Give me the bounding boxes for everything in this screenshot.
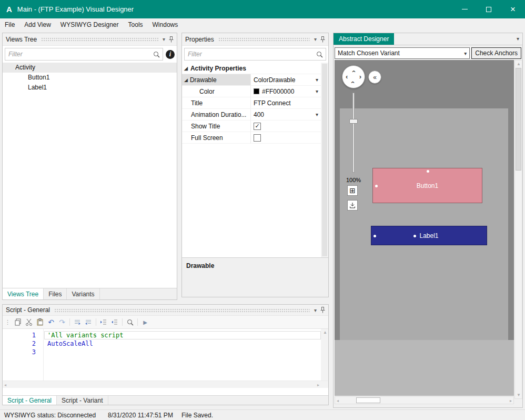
tab-script-variant[interactable]: Script - Variant bbox=[57, 396, 108, 405]
designer-vertical-scrollbar[interactable]: ▲ ▼ bbox=[514, 60, 522, 399]
chevron-down-icon[interactable]: ▾ bbox=[163, 36, 165, 42]
property-name-animation-duration[interactable]: Animation Duratio... bbox=[182, 109, 251, 120]
tree-item-button1[interactable]: Button1 bbox=[3, 73, 177, 83]
run-button[interactable]: ▶ bbox=[140, 317, 150, 327]
anchor-dot[interactable] bbox=[373, 235, 376, 237]
minimize-button[interactable] bbox=[452, 0, 477, 18]
property-name-show-title[interactable]: Show Title bbox=[182, 121, 251, 132]
full-screen-checkbox[interactable] bbox=[254, 134, 261, 142]
property-name-full-screen[interactable]: Full Screen bbox=[182, 132, 251, 143]
tab-variants[interactable]: Variants bbox=[67, 288, 99, 299]
scroll-right-icon[interactable]: ▸ bbox=[317, 383, 319, 387]
search-icon[interactable] bbox=[316, 51, 323, 59]
code-area[interactable]: 'All variants script AutoScaleAll bbox=[44, 331, 321, 388]
tab-files[interactable]: Files bbox=[44, 288, 67, 299]
properties-filter-input[interactable] bbox=[185, 51, 326, 58]
property-name-color[interactable]: Color bbox=[182, 86, 251, 97]
menu-item-windows[interactable]: Windows bbox=[148, 18, 183, 31]
search-button[interactable] bbox=[125, 317, 135, 327]
scroll-up-icon[interactable]: ▲ bbox=[517, 62, 521, 66]
zoom-slider[interactable] bbox=[350, 93, 357, 173]
anchor-dot[interactable] bbox=[413, 235, 416, 237]
cut-button[interactable] bbox=[24, 317, 34, 327]
property-value-drawable[interactable]: ColorDrawable ▾ bbox=[251, 74, 321, 85]
pan-control[interactable]: ‹ › › ‹ bbox=[342, 65, 365, 88]
paste-button[interactable] bbox=[35, 317, 45, 327]
chevron-down-icon[interactable]: ▾ bbox=[314, 36, 317, 42]
property-value-color[interactable]: #FF000000 ▾ bbox=[251, 86, 321, 97]
undo-button[interactable]: ↶ bbox=[46, 317, 56, 327]
views-filter-input[interactable] bbox=[5, 51, 163, 58]
tab-abstract-designer[interactable]: Abstract Designer bbox=[334, 33, 394, 45]
scrollbar-thumb[interactable] bbox=[356, 397, 380, 403]
scroll-down-icon[interactable]: ▼ bbox=[517, 393, 521, 397]
code-editor[interactable]: 1 2 3 'All variants script AutoScaleAll … bbox=[3, 329, 328, 388]
expand-icon[interactable]: ◢ bbox=[184, 77, 188, 83]
chevron-down-icon[interactable]: ▾ bbox=[314, 307, 317, 313]
load-layout-button[interactable] bbox=[347, 200, 358, 211]
scrollbar-thumb[interactable] bbox=[516, 68, 521, 171]
collapse-controls-button[interactable]: « bbox=[368, 71, 381, 84]
dropdown-arrow-icon[interactable]: ▾ bbox=[464, 51, 467, 56]
variant-select[interactable]: Match Chosen Variant ▾ bbox=[335, 47, 470, 59]
property-group-activity[interactable]: ◢ Activity Properties bbox=[182, 63, 321, 74]
outdent-button[interactable] bbox=[109, 317, 120, 327]
pan-up-icon[interactable]: › bbox=[350, 70, 357, 72]
variant-screen[interactable] bbox=[340, 108, 508, 340]
menu-item-add-view[interactable]: Add View bbox=[19, 18, 55, 31]
scrollbar-thumb[interactable] bbox=[322, 64, 327, 256]
pin-icon[interactable] bbox=[169, 36, 174, 43]
property-value-title[interactable]: FTP Connect bbox=[251, 97, 321, 108]
copy-button[interactable] bbox=[13, 317, 23, 327]
designer-view-button1[interactable]: Button1 bbox=[372, 168, 482, 203]
menu-item-tools[interactable]: Tools bbox=[124, 18, 148, 31]
property-grid-scrollbar[interactable] bbox=[321, 63, 328, 257]
tree-item-label1[interactable]: Label1 bbox=[3, 83, 177, 93]
zoom-slider-track[interactable] bbox=[352, 93, 355, 173]
scroll-right-icon[interactable]: ▸ bbox=[510, 398, 512, 403]
editor-horizontal-scrollbar[interactable]: ◂ ▸ bbox=[3, 381, 328, 388]
pan-right-icon[interactable]: › bbox=[359, 73, 361, 80]
chevron-down-icon[interactable]: ▾ bbox=[517, 36, 519, 42]
designer-view-label1[interactable]: Label1 bbox=[371, 226, 487, 245]
menu-item-wysiwyg-designer[interactable]: WYSIWYG Designer bbox=[56, 18, 124, 31]
designer-canvas[interactable]: Button1 Label1 ‹ › › ‹ « 100% ⊞ bbox=[335, 60, 514, 396]
property-name-title[interactable]: Title bbox=[182, 97, 251, 108]
zoom-slider-thumb[interactable] bbox=[349, 119, 358, 124]
anchors-toggle-button[interactable]: ⊞ bbox=[347, 185, 358, 196]
show-title-checkbox[interactable]: ✓ bbox=[254, 123, 261, 130]
scroll-left-icon[interactable]: ◂ bbox=[337, 398, 339, 403]
toolbar-grip-icon[interactable]: ⋮ bbox=[5, 319, 11, 326]
dropdown-arrow-icon[interactable]: ▾ bbox=[316, 77, 318, 83]
property-value-animation-duration[interactable]: 400 ▾ bbox=[251, 109, 321, 120]
dropdown-arrow-icon[interactable]: ▾ bbox=[316, 112, 318, 117]
uncomment-button[interactable] bbox=[83, 317, 94, 327]
tab-views-tree[interactable]: Views Tree bbox=[3, 288, 44, 299]
dropdown-arrow-icon[interactable]: ▾ bbox=[316, 88, 318, 94]
tree-item-activity[interactable]: Activity bbox=[3, 63, 177, 73]
anchor-dot[interactable] bbox=[375, 185, 378, 187]
designer-horizontal-scrollbar[interactable]: ◂ ▸ bbox=[335, 396, 514, 404]
code-line[interactable]: 'All variants script bbox=[44, 331, 321, 339]
check-anchors-button[interactable]: Check Anchors bbox=[471, 47, 521, 59]
tab-script-general[interactable]: Script - General bbox=[3, 396, 57, 405]
pan-down-icon[interactable]: ‹ bbox=[350, 81, 357, 83]
pin-icon[interactable] bbox=[320, 36, 325, 43]
pin-icon[interactable] bbox=[320, 307, 325, 313]
editor-vertical-scrollbar[interactable]: ▲ ▼ bbox=[321, 329, 328, 388]
code-line[interactable]: AutoScaleAll bbox=[44, 339, 321, 348]
code-line[interactable] bbox=[44, 348, 321, 356]
pan-left-icon[interactable]: ‹ bbox=[346, 73, 348, 80]
comment-button[interactable] bbox=[72, 317, 83, 327]
indent-button[interactable] bbox=[98, 317, 109, 327]
property-name-drawable[interactable]: ◢ Drawable bbox=[182, 74, 251, 85]
maximize-button[interactable] bbox=[477, 0, 501, 18]
menu-item-file[interactable]: File bbox=[0, 18, 19, 31]
redo-button[interactable]: ↷ bbox=[57, 317, 67, 327]
expand-icon[interactable]: ◢ bbox=[184, 66, 188, 71]
close-button[interactable]: × bbox=[501, 0, 525, 18]
info-icon[interactable]: i bbox=[166, 50, 175, 59]
anchor-dot[interactable] bbox=[427, 170, 429, 173]
search-icon[interactable] bbox=[153, 51, 160, 59]
scroll-up-icon[interactable]: ▲ bbox=[323, 330, 327, 335]
